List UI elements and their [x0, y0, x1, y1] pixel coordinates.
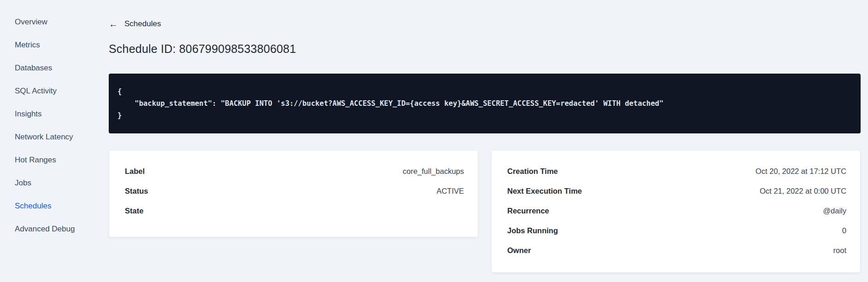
sidebar-nav: OverviewMetricsDatabasesSQL ActivityInsi… [0, 0, 108, 282]
detail-row-label: Label [125, 167, 145, 176]
detail-row-label: Recurrence [507, 207, 549, 215]
schedule-timing-card: Creation Time Oct 20, 2022 at 17:12 UTC … [491, 150, 861, 273]
detail-row-value: ACTIVE [436, 187, 464, 196]
detail-row-value: core_full_backups [403, 167, 464, 176]
sidebar-item[interactable]: Overview [15, 11, 108, 34]
sidebar-item[interactable]: Hot Ranges [15, 149, 108, 172]
detail-row: Creation Time Oct 20, 2022 at 17:12 UTC [507, 161, 846, 181]
sidebar-item[interactable]: SQL Activity [15, 80, 108, 103]
detail-row: Owner root [507, 241, 846, 260]
detail-row: Label core_full_backups [125, 161, 464, 181]
sidebar-item[interactable]: Network Latency [15, 126, 108, 149]
detail-row-value: Oct 20, 2022 at 17:12 UTC [756, 167, 846, 176]
sidebar-item[interactable]: Insights [15, 103, 108, 126]
detail-row-label: Next Execution Time [507, 187, 582, 196]
detail-row: Next Execution Time Oct 21, 2022 at 0:00… [507, 181, 846, 201]
detail-row-label: Owner [507, 246, 531, 255]
back-arrow-icon: ← [109, 19, 118, 29]
detail-row-label: State [125, 207, 143, 215]
detail-row: Recurrence @daily [507, 201, 846, 221]
detail-row: State [125, 201, 464, 221]
sidebar-item[interactable]: Metrics [15, 34, 108, 57]
sidebar-item[interactable]: Jobs [15, 172, 108, 195]
code-line: "backup_statement": "BACKUP INTO 's3://b… [117, 98, 850, 109]
detail-row-value: root [833, 246, 846, 255]
back-to-schedules-link[interactable]: ← Schedules [109, 19, 161, 29]
detail-row-value: @daily [823, 207, 846, 215]
detail-row-label: Jobs Running [507, 226, 558, 235]
back-link-label: Schedules [124, 19, 161, 29]
page-title: Schedule ID: 806799098533806081 [109, 42, 861, 56]
detail-row-label: Status [125, 187, 148, 196]
detail-row-label: Creation Time [507, 167, 558, 176]
sidebar-item[interactable]: Databases [15, 57, 108, 80]
sidebar-item[interactable]: Schedules [15, 195, 108, 218]
detail-row-value: Oct 21, 2022 at 0:00 UTC [760, 187, 846, 196]
main-content: ← Schedules Schedule ID: 806799098533806… [109, 0, 861, 273]
backup-statement-code-block: { "backup_statement": "BACKUP INTO 's3:/… [109, 74, 861, 133]
sidebar-item[interactable]: Advanced Debug [15, 218, 108, 241]
code-line: { [117, 86, 850, 98]
detail-cards-row: Label core_full_backups Status ACTIVE St… [109, 150, 861, 273]
detail-row: Status ACTIVE [125, 181, 464, 201]
detail-row: Jobs Running 0 [507, 221, 846, 241]
detail-row-value: 0 [842, 226, 846, 235]
code-line: } [117, 109, 850, 121]
schedule-details-card: Label core_full_backups Status ACTIVE St… [109, 150, 478, 237]
